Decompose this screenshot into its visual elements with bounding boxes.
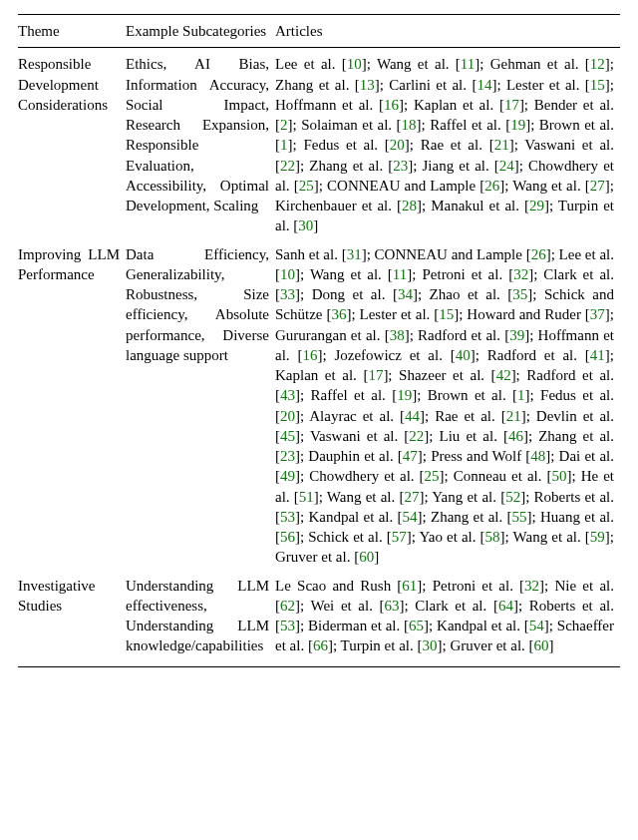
citation-link[interactable]: 23: [393, 158, 408, 174]
table-row: Responsible Development ConsiderationsEt…: [18, 48, 620, 238]
citation-link[interactable]: 27: [590, 178, 605, 194]
citation-link[interactable]: 14: [477, 77, 491, 93]
citation-link[interactable]: 39: [509, 327, 524, 343]
citation-link[interactable]: 26: [484, 178, 499, 194]
citation-link[interactable]: 12: [590, 56, 605, 72]
citation-link[interactable]: 34: [398, 286, 413, 302]
citation-link[interactable]: 36: [331, 306, 346, 322]
citation-link[interactable]: 22: [409, 428, 424, 444]
citation-link[interactable]: 33: [280, 286, 295, 302]
theme-cell: Investigative Studies: [18, 570, 126, 667]
subcats-cell: Ethics, AI Bias, Information Accuracy, S…: [126, 48, 275, 238]
citation-link[interactable]: 18: [402, 117, 417, 133]
citation-link[interactable]: 16: [384, 97, 399, 113]
citation-link[interactable]: 21: [506, 408, 521, 424]
citation-link[interactable]: 60: [359, 549, 374, 565]
citation-link[interactable]: 1: [280, 137, 288, 153]
col-subcats: Example Subcategories: [126, 15, 275, 48]
citation-link[interactable]: 49: [280, 468, 295, 484]
citation-link[interactable]: 25: [299, 178, 314, 194]
citation-link[interactable]: 60: [534, 637, 549, 653]
citation-link[interactable]: 15: [590, 77, 605, 93]
citation-link[interactable]: 16: [302, 347, 317, 363]
citation-link[interactable]: 63: [385, 598, 400, 614]
citation-link[interactable]: 32: [524, 578, 539, 594]
citation-link[interactable]: 31: [347, 246, 362, 262]
citation-link[interactable]: 41: [590, 347, 605, 363]
citation-link[interactable]: 11: [393, 266, 407, 282]
citation-link[interactable]: 53: [280, 509, 295, 525]
citation-link[interactable]: 2: [280, 117, 288, 133]
citation-link[interactable]: 17: [368, 367, 383, 383]
subcats-cell: Understanding LLM effectiveness, Underst…: [126, 570, 275, 667]
citation-link[interactable]: 40: [456, 347, 471, 363]
citation-link[interactable]: 38: [390, 327, 405, 343]
citation-link[interactable]: 11: [461, 56, 475, 72]
citation-link[interactable]: 59: [590, 529, 605, 545]
citation-link[interactable]: 26: [531, 246, 546, 262]
theme-cell: Improving LLM Performance: [18, 238, 126, 570]
citation-link[interactable]: 46: [508, 428, 523, 444]
articles-cell: Sanh et al. [31]; CONNEAU and Lample [26…: [275, 238, 620, 570]
citation-link[interactable]: 21: [494, 137, 509, 153]
citation-link[interactable]: 47: [403, 448, 418, 464]
citation-link[interactable]: 55: [512, 509, 527, 525]
table-header-row: Theme Example Subcategories Articles: [18, 15, 620, 48]
citation-link[interactable]: 30: [423, 637, 438, 653]
theme-cell: Responsible Development Considerations: [18, 48, 126, 238]
citation-link[interactable]: 42: [496, 367, 511, 383]
citation-link[interactable]: 25: [425, 468, 440, 484]
citation-link[interactable]: 10: [280, 266, 295, 282]
citation-link[interactable]: 43: [280, 387, 295, 403]
page: Theme Example Subcategories Articles Res…: [0, 0, 638, 693]
themes-table: Theme Example Subcategories Articles Res…: [18, 14, 620, 667]
col-theme: Theme: [18, 15, 126, 48]
citation-link[interactable]: 54: [529, 618, 544, 633]
citation-link[interactable]: 32: [513, 266, 528, 282]
citation-link[interactable]: 20: [280, 408, 295, 424]
citation-link[interactable]: 19: [510, 117, 525, 133]
citation-link[interactable]: 51: [299, 489, 314, 505]
citation-link[interactable]: 44: [405, 408, 420, 424]
citation-link[interactable]: 58: [485, 529, 500, 545]
citation-link[interactable]: 13: [360, 77, 375, 93]
citation-link[interactable]: 19: [397, 387, 412, 403]
articles-cell: Le Scao and Rush [61]; Petroni et al. [3…: [275, 570, 620, 667]
citation-link[interactable]: 65: [409, 618, 424, 633]
articles-cell: Lee et al. [10]; Wang et al. [11]; Gehma…: [275, 48, 620, 238]
citation-link[interactable]: 27: [404, 489, 419, 505]
table-row: Investigative StudiesUnderstanding LLM e…: [18, 570, 620, 667]
citation-link[interactable]: 50: [551, 468, 566, 484]
citation-link[interactable]: 66: [313, 637, 328, 653]
citation-link[interactable]: 35: [512, 286, 527, 302]
citation-link[interactable]: 57: [392, 529, 407, 545]
citation-link[interactable]: 20: [390, 137, 405, 153]
citation-link[interactable]: 10: [347, 56, 362, 72]
citation-link[interactable]: 17: [504, 97, 519, 113]
citation-link[interactable]: 45: [280, 428, 295, 444]
citation-link[interactable]: 1: [517, 387, 525, 403]
citation-link[interactable]: 24: [499, 158, 514, 174]
citation-link[interactable]: 48: [530, 448, 545, 464]
citation-link[interactable]: 64: [498, 598, 513, 614]
citation-link[interactable]: 23: [280, 448, 295, 464]
citation-link[interactable]: 54: [403, 509, 418, 525]
citation-link[interactable]: 37: [590, 306, 605, 322]
citation-link[interactable]: 52: [505, 489, 520, 505]
citation-link[interactable]: 62: [280, 598, 295, 614]
citation-link[interactable]: 30: [298, 217, 313, 233]
citation-link[interactable]: 29: [529, 198, 544, 213]
table-row: Improving LLM PerformanceData Efficiency…: [18, 238, 620, 570]
citation-link[interactable]: 15: [439, 306, 454, 322]
col-articles: Articles: [275, 15, 620, 48]
citation-link[interactable]: 22: [280, 158, 295, 174]
citation-link[interactable]: 28: [402, 198, 417, 213]
citation-link[interactable]: 61: [402, 578, 417, 594]
subcats-cell: Data Efficiency, Generalizability, Robus…: [126, 238, 275, 570]
citation-link[interactable]: 56: [280, 529, 295, 545]
citation-link[interactable]: 53: [280, 618, 295, 633]
